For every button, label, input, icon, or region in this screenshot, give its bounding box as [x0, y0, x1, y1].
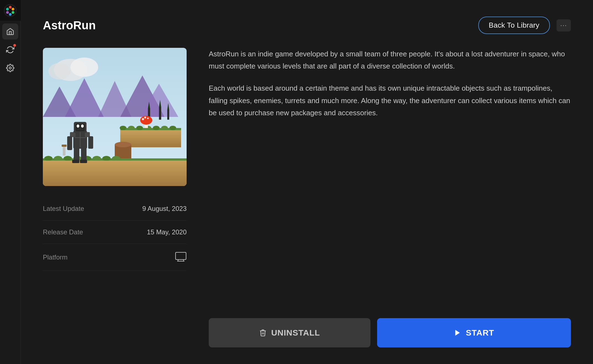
start-button[interactable]: START	[377, 318, 571, 347]
notification-dot	[13, 44, 16, 47]
sidebar-nav	[0, 21, 20, 76]
sidebar-item-settings[interactable]	[2, 60, 18, 76]
svg-rect-21	[167, 110, 169, 120]
left-panel: Latest Update 9 August, 2023 Release Dat…	[43, 48, 187, 347]
uninstall-button[interactable]: UNINSTALL	[209, 318, 370, 347]
game-image	[43, 48, 187, 186]
svg-point-36	[144, 117, 146, 119]
svg-rect-48	[43, 161, 187, 186]
svg-point-57	[81, 124, 84, 128]
release-date-row: Release Date 15 May, 2020	[43, 221, 187, 244]
platform-label: Platform	[43, 253, 67, 261]
svg-point-46	[102, 156, 111, 161]
svg-point-26	[136, 126, 143, 130]
svg-point-41	[54, 156, 62, 161]
latest-update-row: Latest Update 9 August, 2023	[43, 197, 187, 221]
game-description: AstroRun is an indie game developed by a…	[209, 48, 571, 119]
release-date-label: Release Date	[43, 228, 83, 236]
svg-point-3	[12, 11, 14, 14]
svg-point-10	[70, 57, 98, 77]
svg-point-56	[77, 124, 79, 128]
back-to-library-button[interactable]: Back To Library	[478, 17, 550, 34]
latest-update-value: 9 August, 2023	[142, 205, 187, 213]
svg-point-11	[48, 63, 70, 80]
svg-point-5	[6, 11, 9, 14]
svg-rect-62	[67, 136, 72, 150]
metadata-table: Latest Update 9 August, 2023 Release Dat…	[43, 197, 187, 271]
svg-point-35	[147, 117, 149, 119]
action-buttons: UNINSTALL START	[209, 318, 571, 347]
svg-rect-67	[80, 160, 87, 163]
svg-point-24	[120, 126, 126, 130]
refresh-icon	[6, 46, 14, 54]
latest-update-label: Latest Update	[43, 205, 84, 213]
logo-area	[0, 0, 21, 21]
release-date-value: 15 May, 2020	[147, 228, 187, 236]
logo-icon	[4, 4, 16, 17]
content-area: Latest Update 9 August, 2023 Release Dat…	[43, 48, 571, 347]
svg-point-28	[153, 126, 160, 130]
svg-rect-72	[176, 252, 186, 260]
more-options-button[interactable]: ···	[557, 19, 571, 32]
svg-rect-66	[72, 160, 79, 163]
svg-point-4	[9, 13, 12, 16]
svg-rect-63	[88, 136, 93, 149]
svg-point-30	[169, 126, 176, 130]
start-label: START	[466, 328, 494, 337]
trash-icon	[259, 329, 267, 337]
header-row: AstroRun Back To Library ···	[43, 17, 571, 34]
gear-icon	[6, 64, 14, 72]
home-icon	[6, 27, 14, 36]
monitor-icon	[175, 252, 187, 262]
svg-marker-76	[455, 330, 460, 336]
svg-point-1	[9, 6, 12, 9]
uninstall-label: UNINSTALL	[271, 328, 320, 337]
svg-point-34	[142, 118, 144, 120]
description-paragraph-1: AstroRun is an indie game developed by a…	[209, 48, 571, 72]
svg-rect-19	[159, 107, 161, 120]
game-title: AstroRun	[43, 19, 96, 32]
svg-point-33	[140, 116, 152, 125]
sidebar-item-updates[interactable]	[2, 42, 18, 58]
sidebar	[0, 0, 21, 364]
play-icon	[454, 329, 461, 337]
app-logo[interactable]	[4, 4, 17, 17]
svg-point-7	[9, 67, 11, 69]
svg-point-25	[128, 126, 135, 130]
sidebar-item-home[interactable]	[2, 23, 18, 40]
svg-rect-68	[63, 146, 66, 156]
game-scene-svg	[43, 48, 187, 186]
main-content: AstroRun Back To Library ···	[21, 0, 593, 364]
svg-rect-64	[74, 147, 79, 161]
svg-point-29	[161, 126, 168, 130]
platform-row: Platform	[43, 244, 187, 271]
svg-point-45	[93, 156, 101, 161]
svg-point-40	[44, 156, 53, 161]
svg-point-42	[64, 156, 72, 161]
svg-point-6	[6, 8, 9, 11]
svg-rect-65	[81, 147, 87, 161]
svg-point-47	[112, 156, 120, 161]
description-paragraph-2: Each world is based around a certain the…	[209, 82, 571, 119]
header-right: Back To Library ···	[478, 17, 571, 34]
svg-point-38	[115, 142, 131, 147]
svg-point-2	[12, 8, 14, 11]
svg-rect-69	[62, 145, 67, 147]
platform-icon	[175, 252, 187, 263]
right-panel: AstroRun is an indie game developed by a…	[209, 48, 571, 347]
